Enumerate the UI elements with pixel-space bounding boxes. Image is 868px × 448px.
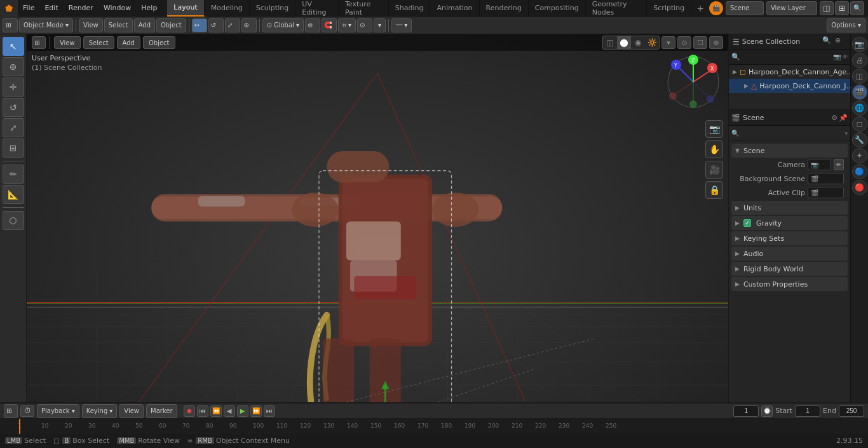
tab-animation[interactable]: Animation bbox=[430, 0, 479, 17]
walk-nav-icon[interactable]: ✋ bbox=[705, 140, 723, 158]
tool-rotate[interactable]: ↺ bbox=[3, 98, 24, 117]
current-frame-input[interactable]: 1 bbox=[733, 405, 759, 417]
jump-end-btn[interactable]: ⏭ bbox=[264, 405, 275, 417]
props-tab-constraints[interactable]: 🔴 bbox=[852, 180, 867, 195]
active-clip-value[interactable]: 🎬 bbox=[808, 187, 844, 198]
xray-toggle[interactable]: ☐ bbox=[693, 36, 707, 49]
tool-cursor[interactable]: ⊕ bbox=[3, 57, 24, 76]
scene-section-header[interactable]: ▼ Scene bbox=[731, 144, 848, 158]
units-section-header[interactable]: ▶ Units bbox=[731, 201, 848, 215]
shading-wireframe[interactable]: ◫ bbox=[603, 36, 617, 49]
lock-camera-icon[interactable]: 🔒 bbox=[705, 181, 723, 199]
rigid-body-header[interactable]: ▶ Rigid Body World bbox=[731, 262, 848, 276]
tab-geometry-nodes[interactable]: Geometry Nodes bbox=[586, 0, 648, 17]
camera-edit-btn[interactable]: ✏ bbox=[834, 159, 844, 170]
outliner-item-0[interactable]: ▶ ◻ Harpoon_Deck_Cannon_Age... 👁 📷 bbox=[729, 65, 850, 79]
custom-props-header[interactable]: ▶ Custom Properties bbox=[731, 277, 848, 291]
viewport-select-btn[interactable]: Select bbox=[83, 36, 114, 49]
tool-transform[interactable]: ⊞ bbox=[3, 139, 24, 158]
window-btn-3[interactable]: 🔍 bbox=[850, 1, 864, 15]
add-workspace-btn[interactable]: + bbox=[691, 0, 709, 17]
props-tab-world[interactable]: 🌐 bbox=[852, 100, 867, 116]
gravity-section-header[interactable]: ▶ ✓ Gravity bbox=[731, 216, 848, 230]
tab-rendering[interactable]: Rendering bbox=[480, 0, 529, 17]
outliner-search-input[interactable] bbox=[743, 53, 831, 61]
play-backward-btn[interactable]: ◀ bbox=[224, 405, 235, 417]
step-back-btn[interactable]: ⏪ bbox=[210, 405, 222, 417]
props-tab-view-layer[interactable]: ◫ bbox=[852, 69, 867, 84]
props-tab-particles[interactable]: ✦ bbox=[852, 148, 867, 163]
select-menu[interactable]: Select bbox=[104, 18, 133, 32]
step-forward-btn[interactable]: ⏩ bbox=[250, 405, 262, 417]
gizmo-toggle-translate[interactable]: ↔ bbox=[192, 18, 207, 32]
pivot-point[interactable]: ⊚ bbox=[305, 18, 320, 32]
shading-rendered[interactable]: 🔆 bbox=[645, 36, 659, 49]
properties-pin[interactable]: 📌 bbox=[839, 114, 848, 122]
window-btn-1[interactable]: ◫ bbox=[820, 1, 834, 15]
viewport-add-btn[interactable]: Add bbox=[117, 36, 140, 49]
start-frame-input[interactable]: 1 bbox=[795, 405, 820, 417]
timeline-clock-icon[interactable]: ⏱ bbox=[20, 405, 34, 417]
gizmo-toggle[interactable]: ⊕ bbox=[709, 36, 723, 49]
menu-file[interactable]: File bbox=[18, 0, 39, 17]
outliner-item-1[interactable]: ▶ △ Harpoon_Deck_Cannon_J... 👁 📷 bbox=[729, 79, 850, 93]
tab-uv-editing[interactable]: UV Editing bbox=[295, 0, 339, 17]
camera-value[interactable]: 📷 bbox=[808, 159, 831, 170]
viewport-3d[interactable]: ⊞ View Select Add Object ◫ ⬤ ◉ 🔆 ▾ ⊙ ☐ ⊕ bbox=[27, 34, 728, 402]
props-tab-physics[interactable]: 🔵 bbox=[852, 164, 867, 179]
gizmo-toggle-transform[interactable]: ⊕ bbox=[241, 18, 257, 32]
menu-help[interactable]: Help bbox=[136, 0, 162, 17]
add-menu[interactable]: Add bbox=[134, 18, 155, 32]
tab-scripting[interactable]: Scripting bbox=[647, 0, 691, 17]
viewport-shading-options[interactable]: ▾ bbox=[661, 36, 675, 49]
tab-compositing[interactable]: Compositing bbox=[529, 0, 586, 17]
tab-shading[interactable]: Shading bbox=[389, 0, 431, 17]
audio-section-header[interactable]: ▶ Audio bbox=[731, 247, 848, 261]
filter-btn-2[interactable]: ⊕ bbox=[835, 36, 846, 48]
editor-type-selector[interactable]: ⊞ bbox=[3, 18, 18, 32]
gizmo-toggle-rotate[interactable]: ↺ bbox=[208, 18, 224, 32]
props-tab-object[interactable]: ◻ bbox=[852, 116, 867, 132]
falloff-options[interactable]: 〰 ▾ bbox=[391, 18, 412, 32]
viewport-editor-btn[interactable]: ⊞ bbox=[32, 36, 46, 49]
playback-menu[interactable]: Playback ▾ bbox=[37, 404, 79, 418]
keying-sets-header[interactable]: ▶ Keying Sets bbox=[731, 231, 848, 245]
shading-solid[interactable]: ⬤ bbox=[617, 36, 631, 49]
filter-icon-eye[interactable]: 👁 bbox=[842, 53, 848, 60]
tab-sculpting[interactable]: Sculpting bbox=[250, 0, 295, 17]
frame-clock-icon[interactable]: ⌚ bbox=[761, 405, 773, 417]
gravity-checkbox[interactable]: ✓ bbox=[743, 219, 751, 227]
bg-scene-value[interactable]: 🎬 bbox=[808, 173, 844, 184]
tool-annotate[interactable]: ✏ bbox=[3, 165, 24, 184]
mode-selector[interactable]: Object Mode ▾ bbox=[19, 18, 73, 32]
tab-layout[interactable]: Layout bbox=[167, 0, 204, 17]
tool-add-cube[interactable]: ⬡ bbox=[3, 211, 24, 230]
overlay-toggle[interactable]: ⊙ bbox=[677, 36, 691, 49]
options-btn[interactable]: Options ▾ bbox=[827, 18, 865, 32]
props-tab-scene[interactable]: 🎬 bbox=[852, 85, 867, 100]
props-tab-modifier[interactable]: 🔧 bbox=[852, 132, 867, 147]
timeline-ruler[interactable]: 1 10 20 30 40 50 60 70 80 90 100 110 120… bbox=[0, 419, 868, 434]
tool-select[interactable]: ↖ bbox=[3, 37, 24, 56]
play-btn[interactable]: ▶ bbox=[237, 405, 248, 417]
tab-texture-paint[interactable]: Texture Paint bbox=[339, 0, 389, 17]
proportional-options[interactable]: ▾ bbox=[374, 18, 386, 32]
props-tab-render[interactable]: 📷 bbox=[852, 37, 867, 52]
tool-measure[interactable]: 📐 bbox=[3, 185, 24, 204]
snap-toggle[interactable]: 🧲 bbox=[322, 18, 337, 32]
transform-orientation[interactable]: ⊙ Global ▾ bbox=[262, 18, 304, 32]
props-tab-output[interactable]: 🖨 bbox=[852, 53, 867, 68]
properties-search-clear[interactable]: ▾ bbox=[844, 130, 848, 137]
camera-fly-icon[interactable]: 📷 bbox=[705, 120, 723, 138]
gizmo-toggle-scale[interactable]: ⤢ bbox=[225, 18, 240, 32]
menu-window[interactable]: Window bbox=[98, 0, 136, 17]
tool-scale[interactable]: ⤢ bbox=[3, 118, 24, 137]
shading-material[interactable]: ◉ bbox=[631, 36, 645, 49]
tool-move[interactable]: ✛ bbox=[3, 78, 24, 97]
filter-icon-camera[interactable]: 📷 bbox=[833, 53, 841, 60]
keying-menu[interactable]: Keying ▾ bbox=[82, 404, 118, 418]
viewport-object-btn[interactable]: Object bbox=[143, 36, 175, 49]
properties-options[interactable]: ⚙ bbox=[831, 114, 837, 122]
marker-menu[interactable]: Marker bbox=[146, 404, 177, 418]
scene-selector[interactable]: Scene bbox=[726, 1, 764, 15]
